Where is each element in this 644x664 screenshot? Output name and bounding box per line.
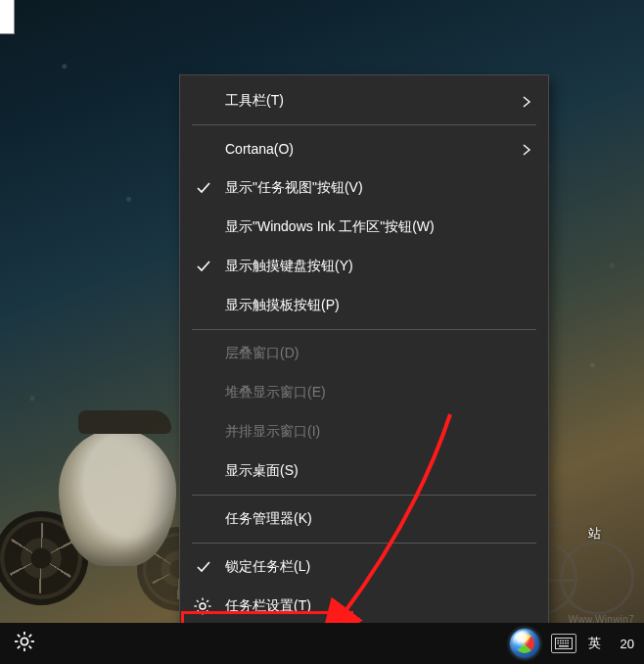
menu-cortana-label: Cortana(O) — [225, 141, 294, 157]
svg-line-7 — [197, 610, 199, 612]
menu-show-desktop-label: 显示桌面(S) — [225, 462, 299, 480]
system-tray: 英 20 — [510, 623, 644, 664]
svg-line-8 — [207, 600, 208, 602]
menu-stacked-label: 堆叠显示窗口(E) — [225, 384, 326, 402]
chevron-right-icon — [521, 95, 532, 107]
menu-stacked-windows: 堆叠显示窗口(E) — [180, 373, 548, 412]
menu-show-desktop[interactable]: 显示桌面(S) — [180, 451, 548, 491]
svg-line-18 — [29, 635, 31, 637]
menu-separator — [192, 329, 536, 330]
svg-line-5 — [197, 600, 199, 602]
chevron-right-icon — [521, 143, 532, 155]
menu-cascade-label: 层叠窗口(D) — [225, 345, 299, 362]
menu-separator — [192, 124, 536, 125]
menu-show-taskview-label: 显示"任务视图"按钮(V) — [225, 179, 363, 197]
menu-cascade-windows: 层叠窗口(D) — [180, 334, 548, 373]
svg-rect-25 — [558, 642, 560, 644]
menu-show-touchpad[interactable]: 显示触摸板按钮(P) — [180, 286, 548, 325]
gear-icon — [194, 597, 211, 615]
menu-show-touch-keyboard[interactable]: 显示触摸键盘按钮(Y) — [180, 247, 548, 286]
svg-point-10 — [21, 638, 27, 644]
svg-rect-30 — [559, 645, 569, 647]
svg-rect-21 — [560, 640, 562, 642]
checkmark-icon — [196, 180, 211, 196]
svg-rect-28 — [565, 642, 567, 644]
svg-rect-22 — [563, 640, 565, 642]
svg-line-15 — [18, 635, 20, 637]
svg-rect-29 — [568, 642, 570, 644]
svg-rect-27 — [563, 642, 565, 644]
taskbar-context-menu: 工具栏(T) Cortana(O) 显示"任务视图"按钮(V) 显示"Windo… — [179, 74, 549, 633]
menu-task-manager-label: 任务管理器(K) — [225, 510, 312, 528]
svg-line-16 — [29, 646, 31, 648]
svg-rect-24 — [568, 640, 570, 642]
svg-line-17 — [18, 646, 20, 648]
window-edge-handle — [0, 0, 15, 34]
svg-rect-20 — [558, 640, 560, 642]
desktop-icon-label-partial: 站 — [588, 525, 601, 543]
menu-sidebyside-label: 并排显示窗口(I) — [225, 423, 320, 441]
menu-separator — [192, 543, 536, 544]
gear-icon — [15, 632, 34, 655]
menu-show-touchpad-label: 显示触摸板按钮(P) — [225, 297, 340, 314]
menu-taskbar-settings[interactable]: 任务栏设置(T) — [180, 587, 548, 626]
taskbar-settings-button[interactable] — [0, 623, 49, 664]
menu-show-ink-label: 显示"Windows Ink 工作区"按钮(W) — [225, 218, 435, 236]
svg-line-6 — [207, 610, 208, 612]
checkmark-icon — [196, 259, 211, 274]
menu-show-taskview[interactable]: 显示"任务视图"按钮(V) — [180, 168, 548, 208]
menu-sidebyside-windows: 并排显示窗口(I) — [180, 412, 548, 451]
menu-separator — [192, 495, 536, 496]
svg-rect-23 — [565, 640, 567, 642]
menu-taskbar-settings-label: 任务栏设置(T) — [225, 597, 311, 615]
svg-point-0 — [200, 603, 206, 609]
menu-toolbars-label: 工具栏(T) — [225, 92, 284, 110]
menu-show-ink[interactable]: 显示"Windows Ink 工作区"按钮(W) — [180, 208, 548, 247]
svg-rect-26 — [560, 642, 562, 644]
menu-cortana[interactable]: Cortana(O) — [180, 129, 548, 168]
menu-show-touch-keyboard-label: 显示触摸键盘按钮(Y) — [225, 258, 353, 275]
menu-task-manager[interactable]: 任务管理器(K) — [180, 499, 548, 539]
checkmark-icon — [196, 559, 211, 575]
tray-clock[interactable]: 20 — [613, 637, 634, 651]
taskbar[interactable]: 英 20 — [0, 623, 644, 664]
menu-lock-taskbar[interactable]: 锁定任务栏(L) — [180, 547, 548, 587]
menu-toolbars[interactable]: 工具栏(T) — [180, 81, 548, 120]
windows-orb-icon[interactable] — [510, 629, 539, 658]
ime-keyboard-icon[interactable] — [551, 634, 576, 653]
ime-language-indicator[interactable]: 英 — [588, 635, 601, 652]
menu-lock-taskbar-label: 锁定任务栏(L) — [225, 558, 310, 576]
